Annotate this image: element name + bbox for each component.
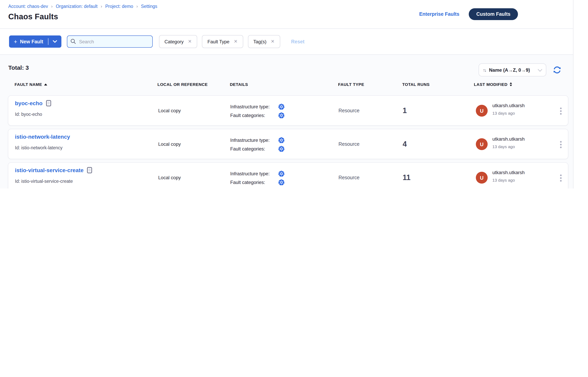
fault-details: Infrastructure type: Fault categories: <box>230 102 284 120</box>
avatar: U <box>476 138 488 150</box>
chevron-down-icon <box>53 40 57 43</box>
row-menu-button[interactable] <box>557 106 565 116</box>
fault-id: Id: istio-network-latency <box>15 145 63 150</box>
fault-id: Id: byoc-echo <box>15 112 42 117</box>
fault-name-link[interactable]: byoc-echo <box>15 100 43 106</box>
local-or-reference-value: Local copy <box>158 175 181 180</box>
fault-details: Infrastructure type: Fault categories: <box>230 169 284 187</box>
fault-categories-label: Fault categories: <box>230 113 278 118</box>
plus-icon: + <box>14 39 17 45</box>
total-runs-value: 4 <box>403 140 407 148</box>
table-row: istio-network-latency Id: istio-network-… <box>8 129 568 159</box>
row-menu-button[interactable] <box>557 173 565 183</box>
reset-filters-button[interactable]: Reset <box>289 38 307 45</box>
fault-manifest-icon[interactable] <box>87 167 92 173</box>
fault-manifest-icon[interactable] <box>46 100 51 106</box>
kubernetes-icon <box>278 137 284 143</box>
table-row: byoc-echo Id: byoc-echo Local copy Infra… <box>8 95 568 126</box>
modified-by: utkarsh.utkarsh <box>492 103 525 108</box>
refresh-icon <box>553 65 562 74</box>
sort-arrows-icon: ↑↓ <box>483 68 486 72</box>
fault-categories-label: Fault categories: <box>230 180 278 185</box>
breadcrumb-separator: › <box>101 4 102 9</box>
fault-type-value: Resource <box>339 108 360 113</box>
infrastructure-type-label: Infrastructure type: <box>230 171 278 177</box>
local-or-reference-value: Local copy <box>158 108 181 113</box>
fault-type-value: Resource <box>339 141 360 147</box>
local-or-reference-value: Local copy <box>158 141 181 147</box>
remove-filter-icon[interactable]: ✕ <box>188 39 192 44</box>
kubernetes-icon <box>278 179 284 186</box>
header-actions: Enterprise Faults Custom Faults <box>419 0 518 28</box>
infrastructure-type-label: Infrastructure type: <box>230 138 278 143</box>
breadcrumb-link-settings[interactable]: Settings <box>141 4 157 9</box>
column-header-total-runs: TOTAL RUNS <box>402 82 430 87</box>
fault-type-value: Resource <box>339 175 360 180</box>
chevron-down-icon <box>538 67 542 71</box>
sort-both-icon <box>509 82 512 86</box>
kubernetes-icon <box>278 104 284 110</box>
page-title: Chaos Faults <box>8 12 58 21</box>
fault-details: Infrastructure type: Fault categories: <box>230 136 284 153</box>
filter-chip-tags[interactable]: Tag(s) ✕ <box>248 35 280 48</box>
kubernetes-icon <box>278 112 284 118</box>
right-edge-panel <box>573 0 588 188</box>
kubernetes-icon <box>278 146 284 152</box>
fault-list-panel: Total: 3 ↑↓ Name (A→Z, 0→9) FAULT NAME L… <box>0 55 573 188</box>
breadcrumb-link-account[interactable]: Account: chaos-dev <box>8 4 48 9</box>
row-menu-button[interactable] <box>557 140 565 150</box>
search-box <box>67 35 153 48</box>
search-icon <box>70 39 76 44</box>
new-fault-dropdown-toggle[interactable] <box>48 40 61 43</box>
total-count: Total: 3 <box>8 64 29 71</box>
remove-filter-icon[interactable]: ✕ <box>271 39 274 44</box>
breadcrumb: Account: chaos-dev › Organization: defau… <box>8 4 157 9</box>
modified-ago: 13 days ago <box>492 111 515 115</box>
breadcrumb-separator: › <box>51 4 53 9</box>
column-header-local-or-reference: LOCAL OR REFERENCE <box>158 82 208 87</box>
sort-dropdown[interactable]: ↑↓ Name (A→Z, 0→9) <box>479 63 546 76</box>
column-header-fault-type: FAULT TYPE <box>338 82 364 87</box>
toolbar: + New Fault Category ✕ Fault Type ✕ <box>0 29 573 55</box>
filter-chip-category[interactable]: Category ✕ <box>159 35 197 48</box>
modified-by: utkarsh.utkarsh <box>492 136 525 142</box>
enterprise-faults-tab[interactable]: Enterprise Faults <box>419 12 459 17</box>
total-runs-value: 11 <box>403 173 410 182</box>
app-window: Account: chaos-dev › Organization: defau… <box>0 0 588 188</box>
fault-name-link[interactable]: istio-virtual-service-create <box>15 167 84 173</box>
breadcrumb-link-project[interactable]: Project: demo <box>105 4 133 9</box>
breadcrumb-link-organization[interactable]: Organization: default <box>56 4 97 9</box>
new-fault-button[interactable]: + New Fault <box>9 35 61 48</box>
fault-categories-label: Fault categories: <box>230 146 278 152</box>
filter-chips: Category ✕ Fault Type ✕ Tag(s) ✕ <box>159 35 280 48</box>
sort-ascending-icon <box>44 83 47 85</box>
modified-by: utkarsh.utkarsh <box>492 170 525 175</box>
custom-faults-tab[interactable]: Custom Faults <box>469 8 518 20</box>
page-header: Account: chaos-dev › Organization: defau… <box>0 0 573 29</box>
modified-ago: 13 days ago <box>492 178 515 182</box>
remove-filter-icon[interactable]: ✕ <box>234 39 237 44</box>
search-input[interactable] <box>67 35 153 48</box>
total-runs-value: 1 <box>403 106 407 115</box>
fault-id: Id: istio-virtual-service-create <box>15 179 73 184</box>
infrastructure-type-label: Infrastructure type: <box>230 104 278 109</box>
column-header-fault-name[interactable]: FAULT NAME <box>15 82 47 87</box>
fault-name-link[interactable]: istio-network-latency <box>15 134 70 140</box>
column-header-last-modified[interactable]: LAST MODIFIED <box>474 82 512 87</box>
modified-ago: 13 days ago <box>492 144 515 149</box>
table-header: FAULT NAME LOCAL OR REFERENCE DETAILS FA… <box>0 82 573 88</box>
kubernetes-icon <box>278 171 284 177</box>
refresh-button[interactable] <box>553 65 562 74</box>
avatar: U <box>476 172 488 184</box>
filter-chip-fault-type[interactable]: Fault Type ✕ <box>202 35 243 48</box>
table-row: istio-virtual-service-create Id: istio-v… <box>8 162 568 188</box>
breadcrumb-separator: › <box>136 4 138 9</box>
column-header-details: DETAILS <box>230 82 248 87</box>
avatar: U <box>476 105 488 117</box>
